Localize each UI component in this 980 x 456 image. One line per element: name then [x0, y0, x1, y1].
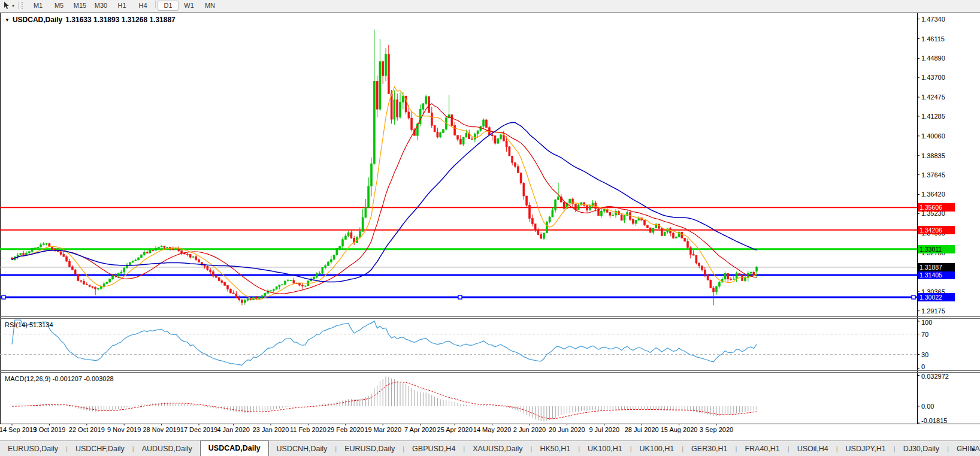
- chart-tab-uk100-h1[interactable]: UK100,H1: [632, 442, 682, 456]
- chart-tab-bar: EURUSD,Daily|USDCHF,Daily|AUDUSD,DailyUS…: [0, 440, 980, 456]
- mt4-window: ▾ M1M5M15M30H1H4D1W1MN ▼ USDCAD,Daily 1.…: [0, 0, 980, 456]
- macd-label: MACD(12,26,9) -0.001207 -0.003028: [5, 375, 114, 382]
- chart-tab-usdjpy-h1[interactable]: USDJPY,H1: [838, 442, 894, 456]
- tab-scroll-arrows: ◄ ►: [957, 441, 976, 456]
- rsi-axis-tick: 70: [921, 331, 928, 338]
- date-axis-label: 19 Mar 2020: [364, 426, 401, 433]
- ma-slow-line: [12, 123, 757, 282]
- price-axis-tick: 1.38835: [921, 152, 945, 159]
- date-axis-label: 3 Sep 2020: [700, 426, 733, 433]
- date-axis-label: 17 Dec 2019: [180, 426, 217, 433]
- date-axis-label: 14 Sep 2019: [0, 426, 37, 433]
- date-axis-label: 20 Jun 2020: [549, 426, 585, 433]
- chart-tab-hk50-h1[interactable]: HK50,H1: [532, 442, 578, 456]
- price-level-badge[interactable]: 1.33011: [918, 245, 955, 253]
- date-axis-label: 4 Jan 2020: [217, 426, 249, 433]
- chart-tab-eurusd-daily[interactable]: EURUSD,Daily: [0, 442, 66, 456]
- date-axis-label: 14 May 2020: [473, 426, 512, 433]
- date-axis-label: 3 Oct 2019: [33, 426, 65, 433]
- price-axis-tick: 1.43700: [921, 74, 945, 81]
- date-axis-label: 23 Jan 2020: [253, 426, 289, 433]
- date-axis-label: 15 Aug 2020: [661, 426, 698, 433]
- price-axis-tick: 1.36420: [921, 191, 945, 198]
- date-axis-label: 9 Nov 2019: [107, 426, 141, 433]
- price-axis-tick: 1.40060: [921, 132, 945, 140]
- date-axis-label: 29 Feb 2020: [327, 426, 364, 433]
- date-axis-label: 2 Jun 2020: [513, 426, 546, 433]
- date-axis-label: 11 Feb 2020: [290, 426, 326, 433]
- price-level-badge[interactable]: 1.35606: [918, 203, 955, 212]
- chart-tab-ger30-h1[interactable]: GER30,H1: [683, 442, 735, 456]
- price-axis-tick: 1.37645: [921, 171, 945, 179]
- chart-tab-usdcad-daily[interactable]: USDCAD,Daily: [200, 440, 269, 456]
- chart-symbol-label: USDCAD,Daily: [13, 16, 62, 24]
- price-level-badge[interactable]: 1.31405: [918, 271, 955, 279]
- date-axis-label: 7 Apr 2020: [404, 426, 436, 433]
- line-handle: [2, 295, 5, 299]
- tabs: EURUSD,Daily|USDCHF,Daily|AUDUSD,DailyUS…: [0, 442, 980, 456]
- chart-tab-gbpusd-h4[interactable]: GBPUSD,H4: [404, 442, 463, 456]
- scroll-tabs-right-icon[interactable]: ►: [970, 446, 976, 452]
- price-axis-tick: 1.42475: [921, 93, 945, 101]
- collapse-chart-icon[interactable]: ▼: [5, 17, 10, 23]
- date-axis-label: 28 Jul 2020: [625, 426, 659, 433]
- chart-canvas: [0, 0, 980, 456]
- chart-title: ▼ USDCAD,Daily 1.31633 1.31893 1.31268 1…: [5, 16, 176, 24]
- chart-tab-usdcnh-daily[interactable]: USDCNH,Daily: [269, 442, 335, 456]
- macd-axis-tick: 0.032972: [921, 373, 949, 380]
- rsi-axis-tick: 0: [921, 363, 925, 370]
- scroll-tabs-left-icon[interactable]: ◄: [957, 446, 963, 452]
- line-handle: [912, 295, 915, 299]
- rsi-line: [12, 320, 757, 365]
- price-axis-tick: 1.46115: [921, 35, 945, 43]
- rsi-axis-tick: 30: [921, 351, 928, 358]
- price-axis-tick: 1.44890: [921, 55, 945, 62]
- date-axis-label: 9 Jul 2020: [589, 426, 619, 433]
- rsi-axis-tick: 100: [921, 319, 932, 326]
- rsi-pane: [0, 320, 917, 365]
- bid-price-badge: 1.31887: [918, 263, 955, 271]
- candlesticks: [11, 29, 758, 305]
- chart-tab-audusd-daily[interactable]: AUDUSD,Daily: [134, 442, 200, 456]
- chart-tab-uk100-h1[interactable]: UK100,H1: [580, 442, 630, 456]
- chart-tab-fra40-h1[interactable]: FRA40,H1: [737, 442, 787, 456]
- chart-ohlc-values: 1.31633 1.31893 1.31268 1.31887: [65, 16, 176, 24]
- axis-ticks: [12, 19, 919, 425]
- chart-tab-eurusd-daily[interactable]: EURUSD,Daily: [337, 442, 403, 456]
- level-line-1.30022[interactable]: [0, 295, 917, 299]
- macd-signal-line: [12, 382, 757, 419]
- pane-frames: [0, 13, 980, 424]
- rsi-label: RSI(14) 51.3134: [5, 321, 53, 328]
- chart-tab-dj30-daily[interactable]: DJ30,Daily: [896, 442, 947, 456]
- price-level-badge[interactable]: 1.34206: [918, 226, 955, 234]
- macd-axis-tick: 0.00: [921, 403, 934, 410]
- price-axis-tick: 1.41285: [921, 113, 945, 120]
- chart-tab-usoil-h4[interactable]: USOil,H4: [790, 442, 836, 456]
- chart-tab-usdchf-daily[interactable]: USDCHF,Daily: [68, 442, 132, 456]
- price-axis-tick: 1.47340: [921, 16, 945, 23]
- chart-tab-xauusd-daily[interactable]: XAUUSD,Daily: [465, 442, 530, 456]
- macd-pane: [12, 376, 757, 421]
- date-axis-label: 28 Nov 2019: [143, 426, 180, 433]
- date-axis-label: 25 Apr 2020: [437, 426, 473, 433]
- price-axis-tick: 1.29175: [921, 307, 945, 315]
- price-level-badge[interactable]: 1.30022: [918, 293, 955, 301]
- macd-axis-tick: -0.01815: [921, 417, 947, 424]
- line-handle: [458, 295, 462, 299]
- date-axis-label: 22 Oct 2019: [69, 426, 105, 433]
